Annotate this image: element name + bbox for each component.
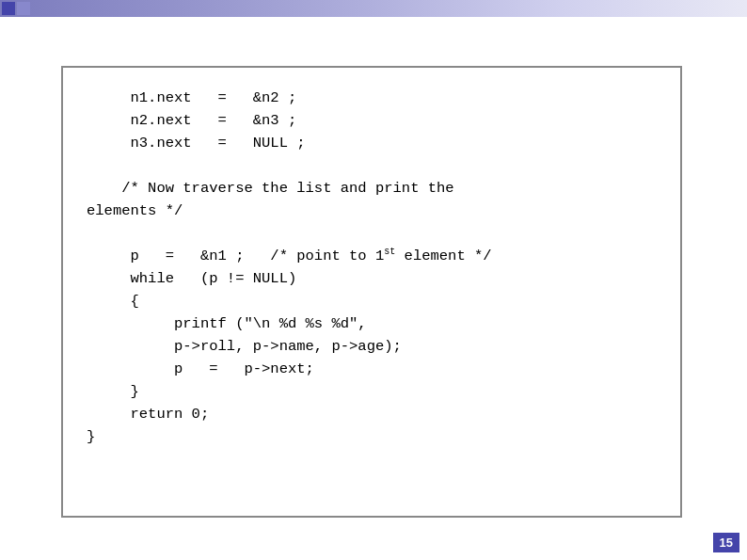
top-bar bbox=[0, 0, 747, 17]
top-squares bbox=[2, 2, 30, 15]
square-purple bbox=[17, 2, 30, 15]
code-container: n1.next = &n2 ; n2.next = &n3 ; n3.next … bbox=[61, 66, 682, 518]
slide-number: 15 bbox=[713, 533, 739, 552]
code-block: n1.next = &n2 ; n2.next = &n3 ; n3.next … bbox=[87, 87, 657, 448]
square-blue bbox=[2, 2, 15, 15]
superscript-st: st bbox=[384, 247, 395, 257]
